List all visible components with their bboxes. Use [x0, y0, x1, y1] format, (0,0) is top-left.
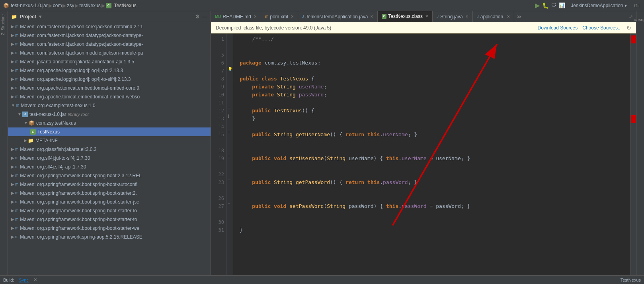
- tree-item-testnexus[interactable]: C TestNexus: [8, 127, 211, 136]
- tree-item-1[interactable]: ▶ m Maven: com.fasterxml.jackson.core:ja…: [8, 22, 211, 31]
- method-getpassword: getPassWord: [296, 178, 330, 186]
- maven-icon: m: [15, 67, 18, 74]
- coverage-icon[interactable]: 🛡: [551, 2, 556, 8]
- gear-icon[interactable]: ⚙: [195, 14, 200, 20]
- tree-item-package[interactable]: ▼ 📦 com.zsy.testNexus: [8, 119, 211, 127]
- line-num: 5: [211, 51, 224, 59]
- tree-item-25[interactable]: ▶ m Maven: org.springframework:spring-ao…: [8, 233, 211, 241]
- chevron-collapsed: ▶: [11, 41, 14, 48]
- profile-icon[interactable]: 📊: [559, 2, 565, 8]
- tree-label: Maven: org.apache.tomcat.embed:tomcat-em…: [20, 93, 140, 100]
- java-icon-app: J: [477, 14, 479, 19]
- tree-item-16[interactable]: ▶ m Maven: org.slf4j:jul-to-slf4j:1.7.30: [8, 154, 211, 163]
- keyword-class: class: [262, 75, 277, 83]
- project-icon: 📁: [11, 14, 17, 20]
- tree-item-metainf[interactable]: ▶ 📁 META-INF: [8, 136, 211, 145]
- choose-sources-link[interactable]: Choose Sources...: [582, 25, 622, 31]
- gutter-fold[interactable]: −: [227, 201, 233, 209]
- tab-close-testnexus[interactable]: ✕: [425, 14, 428, 18]
- tree-item-15[interactable]: ▶ m Maven: org.glassfish:jakarta.el:3.0.…: [8, 145, 211, 154]
- tab-readme[interactable]: MD README.md ✕: [211, 11, 261, 22]
- tree-item-7[interactable]: ▶ m Maven: org.apache.logging.log4j:log4…: [8, 75, 211, 84]
- tab-testnexus[interactable]: C TestNexus.class ✕: [378, 11, 433, 22]
- run-icon[interactable]: ▶: [535, 2, 540, 9]
- tree-item-10[interactable]: ▼ m Maven: org.example:test-nexus:1.0: [8, 101, 211, 110]
- chevron-collapsed: ▶: [11, 67, 14, 74]
- tree-item-19[interactable]: ▶ m Maven: org.springframework.boot:spri…: [8, 180, 211, 189]
- sync-close[interactable]: ✕: [33, 277, 37, 282]
- tab-close-pom[interactable]: ✕: [291, 14, 294, 19]
- minimize-icon[interactable]: —: [202, 14, 207, 20]
- bulb-icon[interactable]: 💡: [228, 67, 232, 71]
- chevron-collapsed: ▶: [11, 49, 14, 57]
- gutter-line: [227, 145, 233, 153]
- code-line-6: package com.zsy.testNexus;: [240, 59, 630, 67]
- right-strip: Maven: [636, 11, 644, 275]
- tab-close-readme[interactable]: ✕: [254, 14, 257, 19]
- breadcrumb-bar: 📦 test-nexus-1.0.jar ▶ com ▶ zsy ▶ testN…: [0, 0, 644, 11]
- tree-item-24[interactable]: ▶ m Maven: org.springframework.boot:spri…: [8, 224, 211, 233]
- tree-item-5[interactable]: ▶ m Maven: jakarta.annotation:jakarta.an…: [8, 57, 211, 66]
- gutter-fold[interactable]: −: [227, 177, 233, 185]
- sync-button[interactable]: Sync: [19, 278, 29, 282]
- chevron-collapsed: ▶: [11, 233, 14, 241]
- tab-close-app[interactable]: ✕: [507, 14, 510, 19]
- project-dropdown-arrow[interactable]: ▾: [39, 14, 41, 20]
- tab-application[interactable]: J application. ✕: [473, 11, 515, 22]
- class-icon-small: C: [106, 3, 111, 8]
- tree-item-2[interactable]: ▶ m Maven: com.fasterxml.jackson.datatyp…: [8, 31, 211, 40]
- tree-item-4[interactable]: ▶ m Maven: com.fasterxml.jackson.module:…: [8, 49, 211, 57]
- chevron-collapsed: ▶: [11, 181, 14, 188]
- dropdown-label[interactable]: JenkinsDemoApplication ▾: [571, 3, 627, 8]
- chevron-expanded: ▼: [18, 111, 21, 118]
- tree-item-20[interactable]: ▶ m Maven: org.springframework.boot:spri…: [8, 189, 211, 198]
- tab-close-jenkins[interactable]: ✕: [370, 14, 373, 19]
- download-sources-link[interactable]: Download Sources: [538, 25, 578, 31]
- breadcrumb-com[interactable]: com: [53, 3, 62, 8]
- gutter-line: [227, 169, 233, 177]
- tree-item-3[interactable]: ▶ m Maven: com.fasterxml.jackson.datatyp…: [8, 40, 211, 49]
- breadcrumb-jar[interactable]: 📦 test-nexus-1.0.jar: [3, 3, 48, 8]
- debug-icon[interactable]: 🐛: [542, 2, 549, 9]
- code-line-14: [240, 123, 630, 131]
- gutter-fold[interactable]: −: [227, 105, 233, 113]
- keyword-return-2: return: [345, 178, 364, 186]
- tree-item-22[interactable]: ▶ m Maven: org.springframework.boot:spri…: [8, 206, 211, 215]
- breadcrumb-testNexus[interactable]: testNexus: [79, 3, 100, 8]
- gutter-fold[interactable]: −: [227, 153, 233, 161]
- gutter-fold[interactable]: ⌋: [227, 113, 233, 121]
- tree-item-jar[interactable]: ▼ J test-nexus-1.0.jar library root: [8, 110, 211, 119]
- tab-pom[interactable]: m pom.xml ✕: [261, 11, 298, 22]
- tree-item-23[interactable]: ▶ m Maven: org.springframework.boot:spri…: [8, 215, 211, 224]
- code-line-1: /**.../: [240, 35, 630, 43]
- main-content: Z: Structure 📁 Project ▾ ⚙ — ▶ m: [0, 11, 644, 275]
- maven-tab[interactable]: Maven: [631, 18, 644, 23]
- keyword-public-g2: public: [252, 178, 271, 186]
- breadcrumb-zsy[interactable]: zsy: [67, 3, 74, 8]
- tree-item-17[interactable]: ▶ m Maven: org.slf4j:slf4j-api:1.7.30: [8, 163, 211, 171]
- reload-icon[interactable]: ↻: [626, 25, 631, 31]
- sidebar-icons: ⚙ —: [195, 14, 207, 20]
- chevron-collapsed: ▶: [11, 58, 14, 65]
- tree-item-21[interactable]: ▶ m Maven: org.springframework.boot:spri…: [8, 198, 211, 206]
- code-line-9: private String userName;: [240, 83, 630, 91]
- line-num: 8: [211, 75, 224, 83]
- tree-item-9[interactable]: ▶ m Maven: org.apache.tomcat.embed:tomca…: [8, 92, 211, 101]
- chevron-collapsed: ▶: [11, 207, 14, 214]
- tab-jenkins[interactable]: J JenkinsDemoApplication.java ✕: [298, 11, 378, 22]
- tree-item-18[interactable]: ▶ m Maven: org.springframework.boot:spri…: [8, 171, 211, 180]
- maven-icon: m: [15, 84, 18, 92]
- keyword-package: package: [240, 59, 262, 67]
- tab-string[interactable]: J String.java ✕: [433, 11, 473, 22]
- tree-item-6[interactable]: ▶ m Maven: org.apache.logging.log4j:log4…: [8, 66, 211, 75]
- code-line-10: private String passWord;: [240, 91, 630, 99]
- breadcrumb-class[interactable]: C TestNexus: [106, 3, 137, 8]
- line-num: 23: [211, 178, 224, 186]
- structure-tab[interactable]: Z: Structure: [0, 11, 8, 38]
- jar-icon-tree: J: [22, 112, 28, 117]
- tree-item-8[interactable]: ▶ m Maven: org.apache.tomcat.embed:tomca…: [8, 84, 211, 92]
- gutter-fold[interactable]: −: [227, 129, 233, 137]
- tab-overflow-menu[interactable]: ≫: [514, 14, 524, 20]
- tab-close-string[interactable]: ✕: [465, 14, 468, 19]
- chevron-collapsed: ▶: [11, 155, 14, 162]
